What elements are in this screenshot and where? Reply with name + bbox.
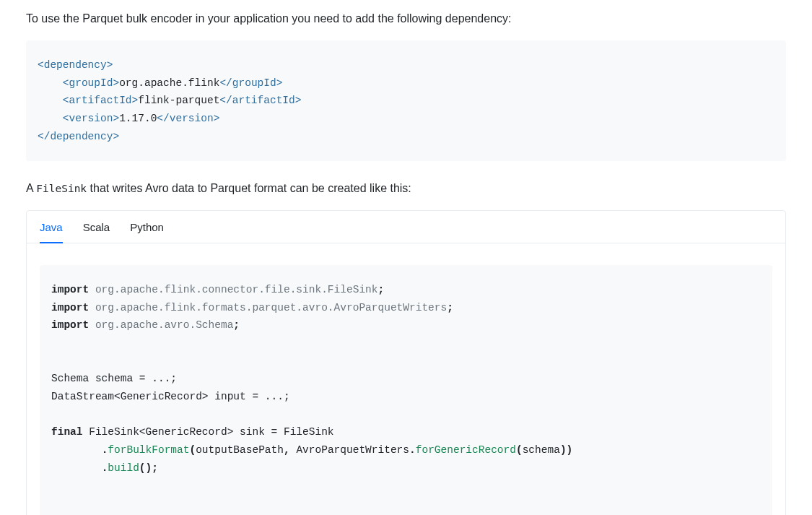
- tab-panel-java: import org.apache.flink.connector.file.s…: [27, 243, 785, 515]
- text: that writes Avro data to Parquet format …: [87, 182, 411, 194]
- keyword: import: [51, 319, 89, 331]
- punct: .: [409, 444, 416, 456]
- code-text: schema: [523, 444, 560, 456]
- method: forBulkFormat: [108, 444, 189, 456]
- punct: (: [516, 444, 523, 456]
- punct: ;: [233, 319, 240, 331]
- tab-python[interactable]: Python: [130, 211, 164, 243]
- punct: ,: [284, 444, 290, 456]
- keyword: import: [51, 284, 89, 295]
- xml-tag: </version>: [157, 113, 219, 124]
- intro-paragraph: To use the Parquet bulk encoder in your …: [26, 10, 786, 27]
- filesink-paragraph: A FileSink that writes Avro data to Parq…: [26, 180, 786, 197]
- tab-scala[interactable]: Scala: [83, 211, 110, 243]
- xml-text: org.apache.flink: [119, 77, 219, 89]
- tab-java[interactable]: Java: [40, 211, 63, 243]
- keyword: import: [51, 302, 89, 313]
- xml-tag: <dependency>: [38, 59, 113, 71]
- dependency-codeblock: <dependency> <groupId>org.apache.flink</…: [26, 40, 786, 161]
- xml-text: 1.17.0: [119, 113, 157, 124]
- code-line: DataStream<GenericRecord> input = ...;: [51, 391, 290, 402]
- xml-tag: </groupId>: [219, 77, 282, 89]
- punct: ;: [378, 284, 385, 295]
- tab-list: Java Scala Python: [27, 211, 785, 243]
- code-text: FileSink<GenericRecord> sink = FileSink: [83, 426, 334, 438]
- code-line: Schema schema = ...;: [51, 373, 177, 384]
- xml-tag: <version>: [63, 113, 119, 124]
- xml-tag: </dependency>: [38, 131, 119, 142]
- xml-tag: </artifactId>: [219, 95, 301, 106]
- code-tabs-container: Java Scala Python import org.apache.flin…: [26, 210, 786, 515]
- method: build: [108, 462, 139, 474]
- package: org.apache.flink.formats.parquet.avro.Av…: [95, 302, 447, 313]
- xml-tag: <artifactId>: [63, 95, 138, 106]
- punct: (: [189, 444, 196, 456]
- code-text: outputBasePath: [196, 444, 284, 456]
- xml-tag: <groupId>: [63, 77, 119, 89]
- punct: ;: [447, 302, 453, 313]
- xml-text: flink-parquet: [138, 95, 219, 106]
- java-codeblock: import org.apache.flink.connector.file.s…: [40, 265, 772, 515]
- package: org.apache.flink.connector.file.sink.Fil…: [95, 284, 378, 295]
- punct: )): [560, 444, 572, 456]
- code-text: AvroParquetWriters: [296, 444, 409, 456]
- keyword: final: [51, 426, 83, 438]
- package: org.apache.avro.Schema: [95, 319, 233, 331]
- method: forGenericRecord: [416, 444, 516, 456]
- text: A: [26, 182, 33, 194]
- punct: ();: [139, 462, 158, 474]
- inline-code: FileSink: [36, 183, 87, 194]
